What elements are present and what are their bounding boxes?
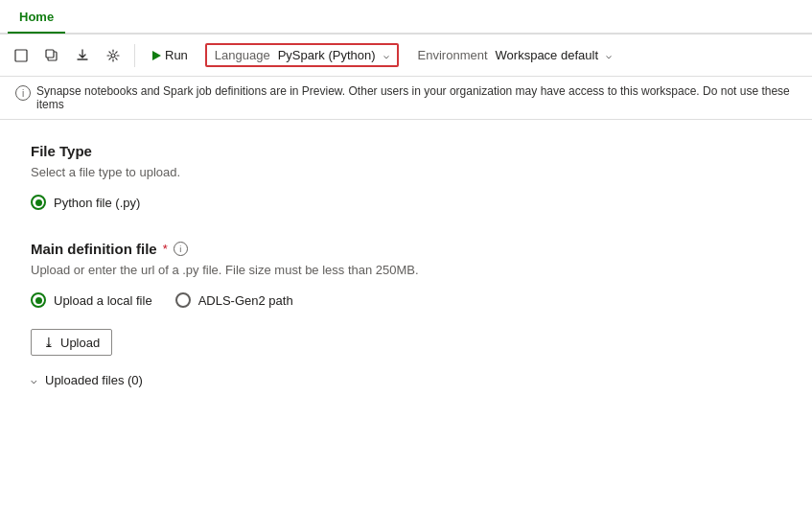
run-label: Run xyxy=(165,48,188,62)
play-icon xyxy=(152,51,161,60)
export-icon[interactable] xyxy=(69,42,96,69)
toolbar-separator xyxy=(134,44,135,67)
info-icon: i xyxy=(15,85,31,101)
uploaded-files-label: Uploaded files (0) xyxy=(45,373,143,387)
copy-icon[interactable] xyxy=(38,42,65,69)
environment-selector[interactable]: Environment Workspace default ⌵ xyxy=(410,45,619,65)
python-file-label[interactable]: Python file (.py) xyxy=(54,196,140,210)
settings-icon[interactable] xyxy=(100,42,127,69)
upload-options: Upload a local file ADLS-Gen2 path xyxy=(31,292,781,315)
uploaded-files-count: (0) xyxy=(128,373,143,387)
main-content: File Type Select a file type to upload. … xyxy=(0,120,812,410)
upload-local-label[interactable]: Upload a local file xyxy=(54,293,152,308)
upload-button-label: Upload xyxy=(60,336,100,350)
section-divider xyxy=(31,218,781,241)
definition-header: Main definition file * i xyxy=(31,241,781,257)
language-chevron-icon: ⌵ xyxy=(383,50,389,60)
svg-point-3 xyxy=(111,54,115,58)
file-type-title: File Type xyxy=(31,143,781,159)
upload-local-radio[interactable] xyxy=(31,292,46,308)
language-selector[interactable]: Language PySpark (Python) ⌵ xyxy=(205,43,399,67)
main-definition-section: Main definition file * i Upload or enter… xyxy=(31,241,781,387)
uploaded-files-text: Uploaded files xyxy=(45,373,124,387)
file-type-radio-group: Python file (.py) xyxy=(31,195,781,210)
new-item-icon[interactable] xyxy=(8,42,35,69)
tab-home[interactable]: Home xyxy=(8,2,65,34)
definition-info-icon[interactable]: i xyxy=(174,242,188,256)
uploaded-files-section[interactable]: ⌵ Uploaded files (0) xyxy=(31,373,781,387)
uploaded-files-chevron-icon: ⌵ xyxy=(31,374,37,386)
file-type-desc: Select a file type to upload. xyxy=(31,165,781,179)
svg-rect-0 xyxy=(15,50,27,61)
required-indicator: * xyxy=(163,242,168,256)
main-definition-title: Main definition file xyxy=(31,241,157,257)
upload-arrow-icon: ⤓ xyxy=(43,335,55,350)
info-banner: i Synapse notebooks and Spark job defini… xyxy=(0,77,812,120)
info-text: Synapse notebooks and Spark job definiti… xyxy=(36,84,797,111)
language-label: Language xyxy=(215,48,270,62)
adls-radio-group: ADLS-Gen2 path xyxy=(175,292,293,308)
upload-local-radio-group: Upload a local file xyxy=(31,292,152,308)
tab-bar: Home xyxy=(0,0,812,35)
main-definition-desc: Upload or enter the url of a .py file. F… xyxy=(31,263,781,277)
environment-label: Environment xyxy=(418,48,488,62)
adls-radio[interactable] xyxy=(175,292,191,308)
file-type-section: File Type Select a file type to upload. … xyxy=(31,143,781,210)
environment-value: Workspace default xyxy=(496,48,598,62)
environment-chevron-icon: ⌵ xyxy=(606,50,612,60)
svg-rect-2 xyxy=(46,50,54,58)
toolbar: Run Language PySpark (Python) ⌵ Environm… xyxy=(0,35,812,77)
python-file-radio[interactable] xyxy=(31,195,46,210)
language-value: PySpark (Python) xyxy=(278,48,376,62)
adls-label[interactable]: ADLS-Gen2 path xyxy=(198,293,293,308)
upload-button[interactable]: ⤓ Upload xyxy=(31,329,112,356)
run-button[interactable]: Run xyxy=(143,44,197,66)
